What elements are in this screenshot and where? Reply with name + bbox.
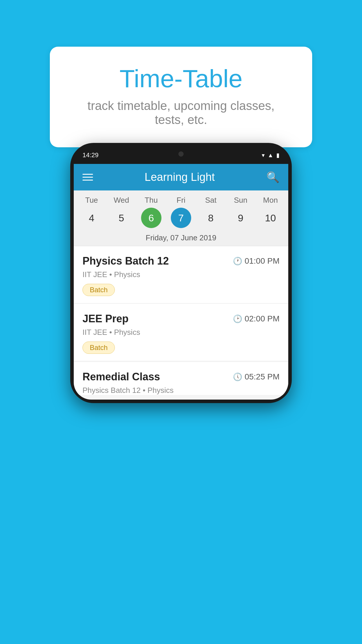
calendar-strip: Tue 4 Wed 5 Thu 6 Fri 7 xyxy=(74,190,288,246)
day-num-sun: 9 xyxy=(231,208,251,228)
card-header-2: JEE Prep 🕑 02:00 PM xyxy=(82,313,280,325)
status-icons: ▾ ▲ ▮ xyxy=(262,152,280,159)
bubble-title: Time-Table xyxy=(73,64,289,93)
phone-mockup: 14:29 ▾ ▲ ▮ Learning Light 🔍 xyxy=(70,143,292,403)
clock-icon-3: 🕔 xyxy=(233,372,242,382)
class-name-1: Physics Batch 12 xyxy=(82,255,169,267)
signal-icon: ▲ xyxy=(268,152,273,159)
batch-badge-2: Batch xyxy=(82,342,115,354)
class-time-1: 🕐 01:00 PM xyxy=(233,256,280,266)
day-name-wed: Wed xyxy=(114,196,129,205)
class-detail-3: Physics Batch 12 • Physics xyxy=(82,386,280,395)
phone-frame: 14:29 ▾ ▲ ▮ Learning Light 🔍 xyxy=(70,143,292,403)
menu-button[interactable] xyxy=(82,174,93,181)
camera xyxy=(178,151,184,157)
class-detail-1: IIT JEE • Physics xyxy=(82,270,280,279)
day-num-wed: 5 xyxy=(111,208,131,228)
batch-badge-1: Batch xyxy=(82,284,115,296)
day-num-fri: 7 xyxy=(171,208,191,228)
status-bar: 14:29 ▾ ▲ ▮ xyxy=(74,146,288,164)
speech-bubble: Time-Table track timetable, upcoming cla… xyxy=(50,47,312,147)
class-time-3: 🕔 05:25 PM xyxy=(233,372,280,382)
wifi-icon: ▾ xyxy=(262,152,265,159)
status-time: 14:29 xyxy=(82,151,99,159)
day-num-tue: 4 xyxy=(81,208,102,228)
hamburger-line-2 xyxy=(82,177,93,178)
notch xyxy=(161,146,201,162)
day-name-tue: Tue xyxy=(85,196,98,205)
day-name-sat: Sat xyxy=(205,196,217,205)
day-num-sat: 8 xyxy=(201,208,221,228)
class-card-3[interactable]: Remedial Class 🕔 05:25 PM Physics Batch … xyxy=(74,362,288,395)
bubble-subtitle: track timetable, upcoming classes, tests… xyxy=(73,99,289,127)
selected-date-label: Friday, 07 June 2019 xyxy=(74,230,288,246)
hamburger-line-3 xyxy=(82,180,93,181)
card-header-3: Remedial Class 🕔 05:25 PM xyxy=(82,371,280,383)
day-num-mon: 10 xyxy=(260,208,281,228)
day-sun[interactable]: Sun 9 xyxy=(226,196,255,228)
clock-icon-1: 🕐 xyxy=(233,257,242,266)
class-card-1[interactable]: Physics Batch 12 🕐 01:00 PM IIT JEE • Ph… xyxy=(74,246,288,303)
day-name-fri: Fri xyxy=(177,196,185,205)
day-fri[interactable]: Fri 7 xyxy=(166,196,196,228)
day-num-thu: 6 xyxy=(141,208,161,228)
day-thu[interactable]: Thu 6 xyxy=(136,196,166,228)
search-icon[interactable]: 🔍 xyxy=(266,171,280,183)
class-detail-2: IIT JEE • Physics xyxy=(82,328,280,337)
class-name-3: Remedial Class xyxy=(82,371,160,383)
clock-icon-2: 🕑 xyxy=(233,314,242,323)
class-card-2[interactable]: JEE Prep 🕑 02:00 PM IIT JEE • Physics Ba… xyxy=(74,304,288,361)
phone-screen: Learning Light 🔍 Tue 4 Wed 5 Thu xyxy=(74,164,288,400)
day-wed[interactable]: Wed 5 xyxy=(106,196,136,228)
app-title: Learning Light xyxy=(145,171,215,183)
day-sat[interactable]: Sat 8 xyxy=(196,196,226,228)
day-tue[interactable]: Tue 4 xyxy=(77,196,106,228)
app-bar: Learning Light 🔍 xyxy=(74,164,288,190)
card-header-1: Physics Batch 12 🕐 01:00 PM xyxy=(82,255,280,267)
day-mon[interactable]: Mon 10 xyxy=(256,196,285,228)
class-time-2: 🕑 02:00 PM xyxy=(233,314,280,323)
day-name-thu: Thu xyxy=(145,196,158,205)
day-name-sun: Sun xyxy=(234,196,247,205)
battery-icon: ▮ xyxy=(276,152,280,159)
class-name-2: JEE Prep xyxy=(82,313,129,325)
hamburger-line-1 xyxy=(82,174,93,175)
day-name-mon: Mon xyxy=(263,196,278,205)
days-row: Tue 4 Wed 5 Thu 6 Fri 7 xyxy=(74,190,288,230)
